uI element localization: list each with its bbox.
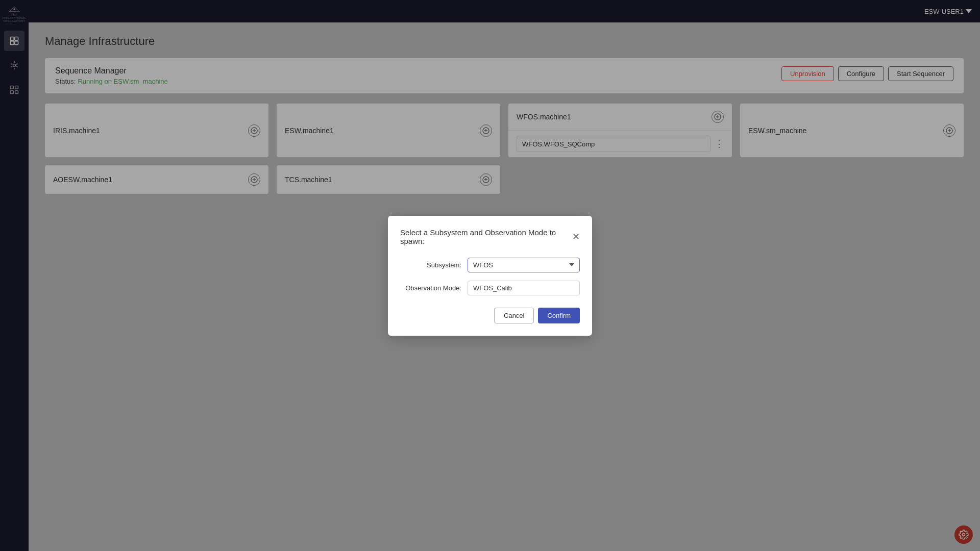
modal-header: Select a Subsystem and Observation Mode … xyxy=(400,228,580,245)
observation-mode-input[interactable] xyxy=(468,281,580,295)
modal-overlay: Select a Subsystem and Observation Mode … xyxy=(0,0,980,551)
modal-close-button[interactable]: ✕ xyxy=(572,232,580,241)
spawn-modal: Select a Subsystem and Observation Mode … xyxy=(388,216,592,336)
observation-mode-label: Observation Mode: xyxy=(400,284,461,292)
subsystem-select[interactable]: WFOS IRIS ESW TCS AOESW xyxy=(468,258,580,272)
modal-title: Select a Subsystem and Observation Mode … xyxy=(400,228,572,245)
modal-footer: Cancel Confirm xyxy=(400,308,580,323)
subsystem-label: Subsystem: xyxy=(400,261,461,269)
subsystem-row: Subsystem: WFOS IRIS ESW TCS AOESW xyxy=(400,258,580,272)
observation-mode-row: Observation Mode: xyxy=(400,281,580,295)
confirm-button[interactable]: Confirm xyxy=(538,308,580,323)
cancel-button[interactable]: Cancel xyxy=(494,308,534,323)
